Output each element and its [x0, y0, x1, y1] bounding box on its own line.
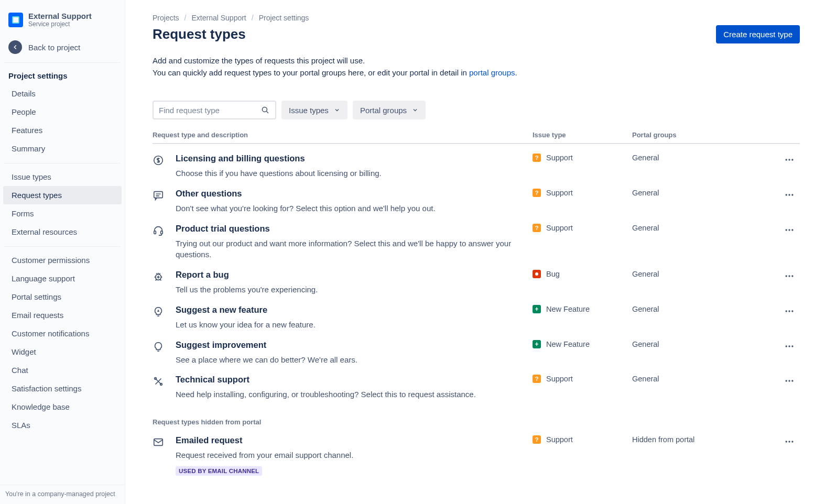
sidebar-item[interactable]: Satisfaction settings	[3, 379, 122, 398]
breadcrumb-item[interactable]: Projects	[153, 14, 179, 22]
sidebar-item[interactable]: Features	[3, 121, 122, 139]
nav-group-2: Issue typesRequest typesFormsExternal re…	[0, 168, 125, 241]
headset-icon	[153, 224, 176, 236]
portal-groups-link[interactable]: portal groups	[469, 68, 515, 77]
nav-group-3: Customer permissionsLanguage supportPort…	[0, 251, 125, 434]
portal-groups-filter[interactable]: Portal groups	[353, 101, 426, 119]
sidebar-item[interactable]: Customer permissions	[3, 251, 122, 269]
svg-point-13	[791, 229, 793, 231]
back-label: Back to project	[28, 43, 80, 52]
svg-point-16	[788, 275, 790, 277]
request-type-name: Technical support	[176, 375, 512, 385]
chevron-down-icon	[334, 107, 340, 113]
issue-type-label: New Feature	[546, 340, 590, 348]
issue-type-label: Support	[546, 189, 573, 197]
svg-point-12	[788, 229, 790, 231]
sidebar-item[interactable]: Email requests	[3, 306, 122, 324]
breadcrumb-item[interactable]: Project settings	[259, 14, 309, 22]
project-subtitle: Service project	[28, 20, 92, 28]
svg-point-28	[791, 380, 793, 382]
request-type-desc: Don't see what you're looking for? Selec…	[176, 203, 512, 214]
svg-point-11	[786, 229, 787, 231]
sidebar-item[interactable]: People	[3, 103, 122, 121]
table-row[interactable]: Emailed request Request received from yo…	[153, 426, 800, 476]
issue-type-icon: ?	[533, 375, 541, 383]
breadcrumb-item[interactable]: External Support	[191, 14, 246, 22]
footer-note: You're in a company-managed project	[0, 485, 125, 504]
table-row[interactable]: Product trial questions Trying out our p…	[153, 214, 800, 261]
sidebar-item[interactable]: Portal settings	[3, 288, 122, 306]
intro-text: Add and customize the types of requests …	[153, 55, 800, 79]
rows: Licensing and billing questions Choose t…	[153, 144, 800, 400]
more-actions-button[interactable]	[779, 305, 800, 316]
search-input[interactable]	[159, 106, 260, 115]
tools-icon	[153, 375, 176, 387]
sidebar: External Support Service project Back to…	[0, 0, 125, 504]
request-type-desc: Request received from your email support…	[176, 450, 512, 461]
svg-point-15	[786, 275, 787, 277]
request-type-desc: See a place where we can do better? We'r…	[176, 354, 512, 366]
svg-point-18	[786, 310, 787, 312]
more-actions-button[interactable]	[779, 375, 800, 386]
table-row[interactable]: Other questions Don't see what you're lo…	[153, 179, 800, 214]
svg-point-23	[791, 345, 793, 347]
hidden-rows: Emailed request Request received from yo…	[153, 426, 800, 476]
portal-group-label: General	[632, 224, 779, 232]
sidebar-item[interactable]: Knowledge base	[3, 398, 122, 416]
col-header-portal: Portal groups	[632, 131, 800, 139]
back-to-project[interactable]: Back to project	[0, 35, 125, 62]
breadcrumb: Projects / External Support / Project se…	[153, 14, 800, 22]
table-row[interactable]: Suggest improvement See a place where we…	[153, 331, 800, 366]
more-actions-button[interactable]	[779, 189, 800, 200]
more-actions-button[interactable]	[779, 154, 800, 165]
more-actions-button[interactable]	[779, 270, 800, 281]
issue-type-label: New Feature	[546, 305, 590, 313]
sidebar-item[interactable]: SLAs	[3, 416, 122, 434]
search-box[interactable]	[153, 101, 276, 119]
sidebar-item[interactable]: Request types	[3, 186, 122, 204]
table-row[interactable]: Licensing and billing questions Choose t…	[153, 144, 800, 179]
request-type-name: Report a bug	[176, 270, 512, 280]
filter-label: Portal groups	[360, 106, 407, 115]
sidebar-item[interactable]: Language support	[3, 269, 122, 288]
table-row[interactable]: Suggest a new feature Let us know your i…	[153, 295, 800, 331]
create-request-type-button[interactable]: Create request type	[716, 25, 800, 43]
svg-point-4	[791, 159, 793, 160]
dollar-icon	[153, 154, 176, 166]
sidebar-item[interactable]: Issue types	[3, 168, 122, 186]
table-row[interactable]: Technical support Need help installing, …	[153, 365, 800, 400]
svg-point-30	[786, 441, 787, 442]
sidebar-item[interactable]: Widget	[3, 343, 122, 361]
arrow-left-icon	[8, 40, 22, 54]
issue-type-icon: ?	[533, 224, 541, 232]
more-actions-button[interactable]	[779, 340, 800, 352]
sidebar-item[interactable]: Chat	[3, 361, 122, 379]
issue-type-label: Support	[546, 375, 573, 383]
portal-group-label: General	[632, 375, 779, 383]
svg-point-19	[788, 310, 790, 312]
request-type-name: Emailed request	[176, 435, 512, 445]
main-content: Projects / External Support / Project se…	[125, 0, 825, 504]
issue-type-icon	[533, 305, 541, 313]
svg-point-32	[791, 441, 793, 442]
issue-type-label: Support	[546, 154, 573, 162]
svg-point-2	[786, 159, 787, 160]
sidebar-item[interactable]: Forms	[3, 204, 122, 223]
sidebar-item[interactable]: Customer notifications	[3, 324, 122, 343]
table-row[interactable]: Report a bug Tell us the problems you're…	[153, 260, 800, 295]
sidebar-item[interactable]: Details	[3, 84, 122, 103]
col-header-issue: Issue type	[533, 131, 632, 139]
more-actions-button[interactable]	[779, 435, 800, 447]
more-actions-button[interactable]	[779, 224, 800, 235]
portal-group-label: General	[632, 154, 779, 162]
issue-types-filter[interactable]: Issue types	[281, 101, 348, 119]
page-title: Request types	[153, 26, 246, 42]
section-title: Project settings	[0, 63, 125, 84]
sidebar-item[interactable]: Summary	[3, 139, 122, 158]
issue-type-icon: ?	[533, 154, 541, 162]
nav-group-1: DetailsPeopleFeaturesSummary	[0, 84, 125, 158]
col-header-main: Request type and description	[153, 131, 533, 139]
sidebar-item[interactable]: External resources	[3, 223, 122, 241]
filter-label: Issue types	[289, 106, 329, 115]
svg-point-21	[786, 345, 787, 347]
